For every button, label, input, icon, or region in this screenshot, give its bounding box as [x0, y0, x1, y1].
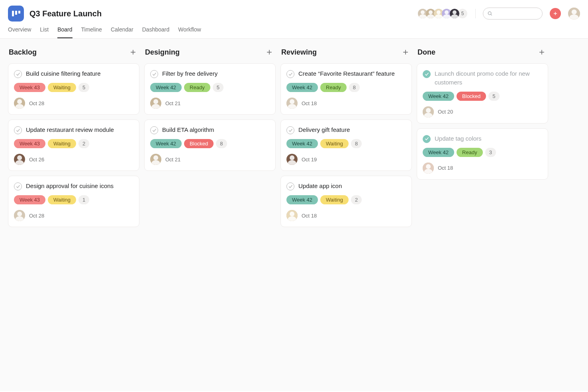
- member-avatars[interactable]: 5: [417, 8, 468, 19]
- column-header: Designing: [144, 47, 276, 58]
- assignee-avatar[interactable]: [286, 210, 298, 221]
- task-card[interactable]: Update app iconWeek 42Waiting2Oct 18: [280, 176, 412, 227]
- card-title: Build cuisine filtering feature: [26, 69, 101, 78]
- header-right: 5: [417, 8, 580, 20]
- card-footer: Oct 21: [150, 154, 270, 165]
- task-card[interactable]: Update restaurant review moduleWeek 43Wa…: [8, 120, 139, 171]
- header-left: Q3 Feature Launch: [8, 6, 102, 22]
- current-user-avatar[interactable]: [568, 8, 580, 20]
- column-title[interactable]: Designing: [145, 48, 180, 57]
- assignee-avatar[interactable]: [286, 154, 298, 165]
- task-card[interactable]: Build ETA algorithmWeek 42Blocked8Oct 21: [144, 120, 276, 171]
- tag[interactable]: Blocked: [457, 92, 486, 101]
- assignee-avatar[interactable]: [14, 210, 25, 221]
- tag[interactable]: Ready: [457, 148, 483, 157]
- tag[interactable]: Waiting: [320, 139, 349, 148]
- task-card[interactable]: Update tag colorsWeek 42Ready3Oct 18: [417, 128, 548, 180]
- card-title: Delivery gift feature: [298, 125, 350, 134]
- card-top: Update restaurant review module: [14, 125, 133, 134]
- tab-overview[interactable]: Overview: [8, 26, 31, 38]
- task-card[interactable]: Filter by free deliveryWeek 42Ready5Oct …: [144, 63, 276, 115]
- complete-check-icon[interactable]: [14, 126, 22, 134]
- column: DesigningFilter by free deliveryWeek 42R…: [144, 47, 276, 176]
- tab-dashboard[interactable]: Dashboard: [142, 26, 170, 38]
- assignee-avatar[interactable]: [14, 98, 25, 109]
- tab-list[interactable]: List: [40, 26, 49, 38]
- tag[interactable]: Week 42: [423, 148, 454, 157]
- tag[interactable]: Blocked: [184, 139, 214, 148]
- tag[interactable]: Week 43: [14, 139, 45, 148]
- column-title[interactable]: Reviewing: [281, 48, 317, 57]
- tag[interactable]: Week 42: [150, 139, 182, 148]
- tag[interactable]: Ready: [184, 83, 210, 92]
- assignee-avatar[interactable]: [150, 154, 161, 165]
- add-card-button[interactable]: [264, 47, 275, 58]
- search-box[interactable]: [483, 8, 543, 20]
- complete-check-icon[interactable]: [14, 182, 22, 190]
- task-card[interactable]: Create “Favorite Restaurant” featureWeek…: [280, 63, 412, 115]
- tabs: OverviewListBoardTimelineCalendarDashboa…: [8, 26, 580, 38]
- add-card-button[interactable]: [127, 47, 139, 58]
- tag-row: Week 42Waiting2: [286, 195, 406, 204]
- assignee-avatar[interactable]: [423, 163, 434, 174]
- tag-row: Week 42Ready3: [423, 148, 542, 157]
- points-badge: 8: [216, 139, 227, 148]
- tag[interactable]: Week 42: [286, 139, 318, 148]
- points-badge: 5: [78, 83, 89, 92]
- tag[interactable]: Week 43: [14, 83, 45, 92]
- tab-calendar[interactable]: Calendar: [111, 26, 133, 38]
- tab-timeline[interactable]: Timeline: [81, 26, 102, 38]
- add-button[interactable]: [550, 8, 561, 19]
- tag-row: Week 43Waiting1: [14, 195, 133, 204]
- assignee-avatar[interactable]: [150, 98, 161, 109]
- add-card-button[interactable]: [536, 47, 547, 58]
- tag[interactable]: Waiting: [48, 139, 76, 148]
- points-badge: 3: [485, 148, 496, 157]
- tag[interactable]: Week 42: [286, 83, 318, 92]
- complete-check-icon[interactable]: [286, 126, 294, 134]
- tag[interactable]: Week 42: [150, 83, 182, 92]
- card-title: Design approval for cuisine icons: [26, 182, 114, 190]
- column: DoneLaunch dicount promo code for new cu…: [417, 47, 548, 184]
- card-top: Update app icon: [286, 182, 406, 190]
- complete-check-icon[interactable]: [286, 182, 294, 190]
- card-top: Delivery gift feature: [286, 125, 406, 134]
- tag[interactable]: Week 43: [14, 195, 45, 204]
- due-date: Oct 21: [165, 100, 180, 106]
- card-footer: Oct 18: [423, 163, 542, 174]
- project-title[interactable]: Q3 Feature Launch: [29, 9, 102, 18]
- tag[interactable]: Waiting: [48, 195, 76, 204]
- tag[interactable]: Waiting: [48, 83, 76, 92]
- task-card[interactable]: Launch dicount promo code for new custom…: [417, 63, 548, 123]
- assignee-avatar[interactable]: [14, 154, 25, 165]
- tab-workflow[interactable]: Workflow: [178, 26, 201, 38]
- complete-check-icon[interactable]: [423, 70, 431, 78]
- column-title[interactable]: Done: [417, 48, 435, 57]
- tag[interactable]: Week 42: [286, 195, 318, 204]
- task-card[interactable]: Delivery gift featureWeek 42Waiting8Oct …: [280, 120, 412, 171]
- add-card-button[interactable]: [400, 47, 411, 58]
- complete-check-icon[interactable]: [286, 70, 294, 78]
- task-card[interactable]: Build cuisine filtering featureWeek 43Wa…: [8, 63, 139, 115]
- task-card[interactable]: Design approval for cuisine iconsWeek 43…: [8, 176, 139, 227]
- due-date: Oct 18: [302, 100, 317, 106]
- complete-check-icon[interactable]: [150, 126, 158, 134]
- project-board-icon[interactable]: [8, 6, 24, 22]
- due-date: Oct 18: [438, 165, 453, 171]
- tag-row: Week 42Waiting8: [286, 139, 406, 148]
- board: BacklogBuild cuisine filtering featureWe…: [0, 39, 588, 391]
- tag[interactable]: Waiting: [320, 195, 349, 204]
- tag[interactable]: Week 42: [423, 92, 454, 101]
- points-badge: 5: [213, 83, 223, 92]
- complete-check-icon[interactable]: [150, 70, 158, 78]
- header-top: Q3 Feature Launch 5: [8, 6, 580, 22]
- complete-check-icon[interactable]: [423, 135, 431, 143]
- complete-check-icon[interactable]: [14, 70, 22, 78]
- points-badge: 2: [351, 195, 362, 204]
- column-title[interactable]: Backlog: [9, 48, 37, 57]
- tag[interactable]: Ready: [320, 83, 347, 92]
- assignee-avatar[interactable]: [286, 98, 298, 109]
- tab-board[interactable]: Board: [57, 26, 72, 38]
- column-header: Reviewing: [280, 47, 412, 58]
- assignee-avatar[interactable]: [423, 106, 434, 118]
